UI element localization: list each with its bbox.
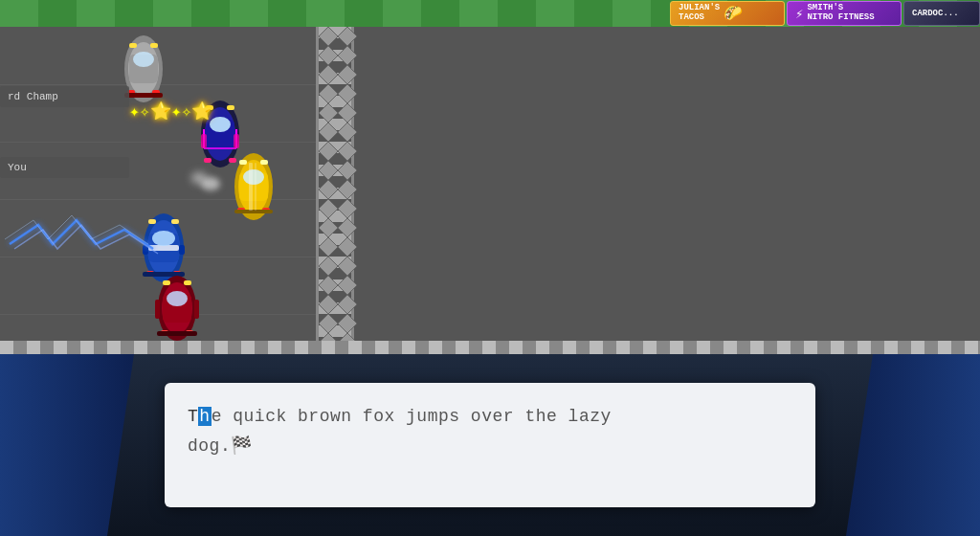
bottom-panel: The quick brown fox jumps over the lazy … [0,354,980,536]
svg-rect-8 [129,43,137,48]
ad-banner: JULIAN'STACOS 🌮 ⚡ SMITH'SNITRO FITNESS C… [670,0,980,27]
ad-julians[interactable]: JULIAN'STACOS 🌮 [670,1,785,26]
svg-rect-10 [124,93,163,98]
svg-rect-53 [163,280,170,285]
player-label-you: You [0,157,129,178]
svg-rect-55 [157,331,197,336]
road-divider [316,27,354,352]
typing-text: The quick brown fox jumps over the lazy … [188,402,792,460]
taco-icon: 🌮 [724,4,743,23]
road-right [354,27,980,352]
svg-rect-33 [249,163,253,211]
smiths-text: SMITH'SNITRO FITNESS [807,4,874,23]
typed-chars: T [188,407,198,426]
road-bottom-border [0,341,980,354]
svg-point-27 [243,169,264,185]
svg-rect-1 [319,27,357,352]
ad-cardocs[interactable]: CARDOC... [903,1,980,26]
svg-rect-30 [239,160,247,165]
car-red [153,271,201,350]
svg-point-50 [167,291,188,306]
bolt-icon: ⚡ [795,6,803,22]
svg-rect-57 [194,300,199,319]
svg-rect-19 [234,134,239,148]
sparkle-effect: ✦✧⭐✦✧⭐ [129,100,212,122]
finish-flag: 🏁 [231,436,253,456]
svg-rect-23 [227,105,234,110]
svg-rect-54 [184,280,191,285]
current-char-cursor: h [198,407,211,426]
lightning-effect [0,215,191,273]
car-yellow [230,148,278,230]
svg-point-5 [133,52,154,67]
svg-rect-20 [204,158,212,163]
ad-smiths[interactable]: ⚡ SMITH'SNITRO FITNESS [787,1,902,26]
exhaust-smoke-2 [191,172,207,184]
typing-box[interactable]: The quick brown fox jumps over the lazy … [165,383,815,507]
player-label-champ: rd Champ [0,86,129,107]
svg-rect-9 [150,43,158,48]
svg-rect-34 [255,163,256,211]
svg-rect-18 [201,134,207,148]
svg-rect-31 [260,160,268,165]
untyped-chars-line2: dog. [188,436,231,456]
cardocs-text: CARDOC... [912,9,959,18]
julians-text: JULIAN'STACOS [679,4,720,23]
svg-rect-56 [155,300,160,319]
untyped-chars: e quick brown fox jumps over the lazy [212,407,612,426]
player-labels: rd Champ You [0,86,129,180]
svg-rect-32 [234,210,273,213]
game-area: rd Champ You ✦✧⭐✦✧⭐ [0,0,980,354]
